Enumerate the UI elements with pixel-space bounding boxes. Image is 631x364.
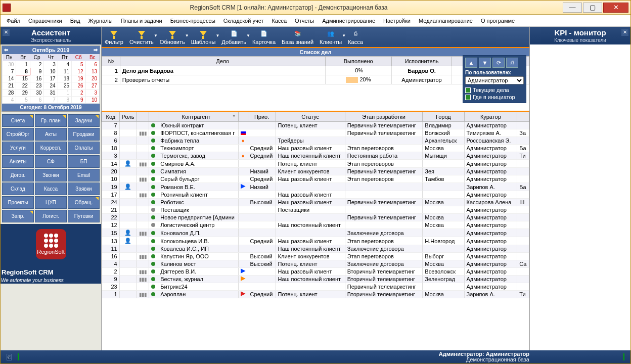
grid-row[interactable]: 11Ковалева И.С., ИПНаш постоянный клиент… [102, 245, 529, 253]
grid-row[interactable]: 12Логистический центрНаш постоянный клие… [102, 221, 529, 229]
grid-row[interactable]: 9▮▮▮Вестник, журналНаш постоянный клиент… [102, 276, 529, 283]
cal-day[interactable]: 15 [16, 75, 30, 82]
menu-Журналы[interactable]: Журналы [85, 17, 116, 25]
clients-grid[interactable]: КодРольКонтрагент▼Прио.СтатусЭтап разраб… [102, 112, 529, 298]
cal-day[interactable]: 27 [85, 82, 99, 89]
nav-down-icon[interactable]: ▼ [479, 58, 491, 68]
menu-Бизнес-процессы[interactable]: Бизнес-процессы [167, 17, 218, 25]
panel-btn-Акты[interactable]: Акты [35, 128, 67, 141]
panel-btn-Обращ.[interactable]: Обращ. [68, 196, 100, 209]
panel-btn-Запр.[interactable]: Запр. [2, 210, 34, 222]
menu-Медиапланирование[interactable]: Медиапланирование [416, 17, 476, 25]
cal-day[interactable]: 6 [85, 61, 99, 68]
cal-day[interactable]: 1 [16, 61, 30, 68]
phone-icon[interactable]: ✆ [7, 354, 12, 360]
cal-day[interactable]: 16 [30, 75, 43, 82]
menu-Касса[interactable]: Касса [268, 17, 290, 25]
toolbar-Клиенты[interactable]: 👥Клиенты▼ [320, 29, 342, 45]
panel-btn-Касса[interactable]: Касса [35, 183, 67, 195]
refresh-icon[interactable]: ⟳ [492, 58, 505, 68]
cal-day[interactable]: 31 [44, 89, 58, 97]
cal-day[interactable]: 18 [58, 75, 71, 82]
cal-day[interactable]: 8 [16, 68, 30, 75]
checkbox-icon[interactable] [465, 95, 471, 100]
nav-up-icon[interactable]: ▲ [465, 58, 477, 68]
panel-btn-Склад[interactable]: Склад [2, 183, 34, 195]
panel-btn-Путевки[interactable]: Путевки [68, 210, 100, 222]
toolbar-База знаний[interactable]: 📚База знаний [282, 29, 313, 45]
cal-day[interactable]: 13 [85, 68, 99, 75]
toolbar-Фильтр[interactable]: Фильтр [105, 29, 123, 45]
grid-row[interactable]: 1▮▮▮АэропланСреднийПотенц. клиентВторичн… [102, 291, 529, 298]
cal-day[interactable]: 28 [3, 89, 16, 97]
cal-day[interactable]: 26 [72, 82, 85, 89]
checkbox-icon[interactable] [465, 87, 471, 93]
cal-day[interactable]: 8 [58, 97, 71, 104]
cal-day[interactable]: 2 [30, 61, 43, 68]
cal-day[interactable]: 3 [44, 61, 58, 68]
panel-btn-Продажи[interactable]: Продажи [68, 128, 100, 141]
cal-day[interactable]: 11 [58, 68, 71, 75]
menu-Складской учет[interactable]: Складской учет [220, 17, 267, 25]
grid-row[interactable]: 15👤▮▮▮Коновалов Д.П.Заключение договораА… [102, 229, 529, 237]
cal-day[interactable]: 10 [85, 97, 99, 104]
menu-Настройки[interactable]: Настройки [380, 17, 414, 25]
cal-day[interactable]: 3 [85, 89, 99, 97]
grid-row[interactable]: 21ПоставщикПоставщикиАдминистратор [102, 206, 529, 214]
kpi-close-icon[interactable]: ✕ [621, 29, 628, 36]
grid-row[interactable]: 19👤Романов В.Е.НизкийЗарипов А.Ба [102, 183, 529, 191]
panel-btn-Логист.[interactable]: Логист. [35, 210, 67, 222]
toolbar-Шаблоны[interactable]: Шаблоны▼ [191, 29, 216, 45]
cal-day[interactable]: 10 [44, 68, 58, 75]
cal-day[interactable]: 21 [3, 82, 16, 89]
cal-day[interactable]: 4 [3, 97, 16, 104]
cal-day[interactable]: 29 [16, 89, 30, 97]
panel-btn-Проекты[interactable]: Проекты [2, 196, 34, 209]
panel-btn-Email[interactable]: Email [68, 169, 100, 181]
grid-row[interactable]: 17▮▮▮Розничный клиентНаш разовый клиентА… [102, 191, 529, 199]
grid-row[interactable]: 6Фабрика тепла♦ТрейдерыАрхангельскРоссош… [102, 137, 529, 145]
grid-row[interactable]: 7Южный контрактПотенц. клиентПервичный т… [102, 122, 529, 129]
panel-btn-Счета[interactable]: Счета [2, 114, 34, 127]
task-filter-panel[interactable]: ▲ ▼ ⟳ ⎙ По пользователю: Администратор Т… [463, 55, 526, 103]
menu-Справочники[interactable]: Справочники [25, 17, 65, 25]
menu-Отчеты[interactable]: Отчеты [292, 17, 317, 25]
panel-btn-ЦУП[interactable]: ЦУП [35, 196, 67, 209]
cal-day[interactable]: 25 [58, 82, 71, 89]
toolbar-Обновить[interactable]: Обновить▼ [160, 29, 185, 45]
cal-day[interactable]: 14 [3, 75, 16, 82]
cal-day[interactable]: 7 [44, 97, 58, 104]
panel-btn-Звонки[interactable]: Звонки [35, 169, 67, 181]
panel-btn-Догов.[interactable]: Догов. [2, 169, 34, 181]
toolbar-Очистить[interactable]: Очистить▼ [129, 29, 154, 45]
grid-row[interactable]: 2▮▮▮Дягтерев В.И.Наш разовый клиентВтори… [102, 268, 529, 276]
panel-btn-СФ[interactable]: СФ [35, 155, 67, 168]
cal-day[interactable]: 2 [72, 89, 85, 97]
panel-btn-Заявки[interactable]: Заявки [68, 183, 100, 195]
cal-day[interactable]: 20 [85, 75, 99, 82]
grid-row[interactable]: 22Новое предприятие [АдминиПервичный тел… [102, 214, 529, 221]
cal-today-label[interactable]: Сегодня: 8 Октября 2019 [2, 104, 100, 111]
cal-day[interactable]: 1 [58, 89, 71, 97]
cal-day[interactable]: 30 [3, 61, 16, 68]
cal-day[interactable]: 7 [3, 68, 16, 75]
grid-row[interactable]: 13👤Колокольцева И.В.СреднийНаш разовый к… [102, 237, 529, 245]
menu-О программе[interactable]: О программе [478, 17, 518, 25]
cal-day[interactable]: 9 [72, 97, 85, 104]
assistant-close-icon[interactable]: ✕ [3, 29, 10, 36]
grid-row[interactable]: 14👤▮▮▮Смирнов А.А.Потенц. клиентЭтап пер… [102, 160, 529, 168]
filter-user-select[interactable]: Администратор [465, 76, 524, 84]
maximize-button[interactable]: ▢ [583, 3, 602, 13]
menu-Администрирование[interactable]: Администрирование [319, 17, 378, 25]
cal-day[interactable]: 17 [44, 75, 58, 82]
panel-btn-СтройОрг[interactable]: СтройОрг [2, 128, 34, 141]
menu-Вид[interactable]: Вид [67, 17, 83, 25]
cal-day[interactable]: 19 [72, 75, 85, 82]
grid-row[interactable]: 3Термотекс, завод♦СреднийНаш постоянный … [102, 152, 529, 160]
toolbar-Касса[interactable]: ⎙Касса [348, 29, 363, 45]
menu-Файл[interactable]: Файл [4, 17, 23, 25]
toolbar-Добавить[interactable]: 📄Добавить▼ [221, 29, 246, 45]
grid-row[interactable]: 10▮▮▮Серый бульдогСреднийНаш разовый кли… [102, 175, 529, 183]
panel-btn-Задачи[interactable]: Задачи [68, 114, 100, 127]
grid-row[interactable]: 16▮▮▮Капустин Яр, ОООВысокийКлиент конку… [102, 253, 529, 260]
